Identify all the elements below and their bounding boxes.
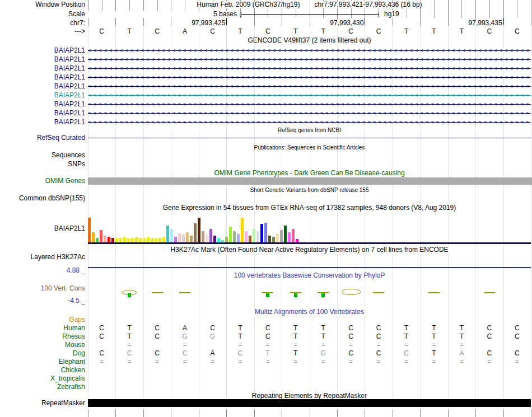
gene-transcript-row[interactable]: <<<<<<<<<<<<<<<<<<<<<<<<<<<<<<<<<<<<<<<<… [88, 92, 531, 99]
gene-track-label[interactable]: BAIAP2L1 [0, 101, 85, 108]
alignment-base: C [475, 350, 503, 357]
ruler-base: C [365, 28, 392, 35]
ruler-base: C [475, 28, 503, 35]
alignment-base: T [282, 350, 309, 357]
alignment-base: T [226, 325, 254, 332]
gene-transcript-row[interactable]: <<<<<<<<<<<<<<<<<<<<<<<<<<<<<<<<<<<<<<<<… [88, 101, 531, 108]
alignment-base: T [115, 333, 143, 340]
alignment-base: C [254, 325, 282, 332]
gene-transcript-row[interactable]: <<<<<<<<<<<<<<<<<<<<<<<<<<<<<<<<<<<<<<<<… [88, 47, 531, 54]
alignment-base: T [420, 350, 447, 357]
alignment-base: C [337, 333, 365, 340]
alignment-base: A [171, 325, 198, 332]
alignment-base: C [88, 350, 115, 357]
alignment-base: = [365, 358, 392, 366]
alignment-base: = [503, 358, 531, 366]
gtex-bar [194, 223, 197, 242]
coordinate-tick [503, 18, 504, 25]
alignment-base: = [448, 341, 475, 349]
species-label-rhesus[interactable]: Rhesus [0, 333, 85, 340]
ruler-base: T [310, 28, 337, 35]
alignment-base: A [448, 350, 475, 357]
conservation-mark-dash [152, 292, 163, 293]
gtex-bar [182, 235, 185, 242]
gtex-bar [186, 232, 189, 242]
gtex-bar [213, 236, 216, 242]
gene-transcript-row[interactable]: <<<<<<<<<<<<<<<<<<<<<<<<<<<<<<<<<<<<<<<<… [88, 65, 531, 72]
gene-track-label[interactable]: BAIAP2L1 [0, 110, 85, 117]
alignment-base: C [503, 333, 531, 340]
alignment-base: C [226, 350, 254, 357]
alignment-base: C [199, 325, 226, 332]
gtex-expression-chart[interactable] [88, 217, 531, 242]
alignment-base: C [475, 325, 503, 332]
gtex-bar [88, 218, 91, 242]
gene-track-label[interactable]: BAIAP2L1 [0, 92, 85, 99]
gtex-bar [158, 238, 161, 242]
alignment-base: C [254, 333, 282, 340]
gtex-bar [131, 238, 134, 242]
alignment-base: = [254, 358, 282, 366]
gtex-bar [135, 237, 138, 242]
alignment-base: = [282, 358, 309, 366]
coordinate-value: 97,993,435 [455, 20, 502, 27]
alignment-base: = [448, 358, 475, 366]
alignment-base: = [143, 358, 171, 366]
alignment-base: = [115, 341, 143, 349]
gtex-bar [241, 218, 244, 242]
alignment-base: C [88, 325, 115, 332]
gene-transcript-row[interactable]: <<<<<<<<<<<<<<<<<<<<<<<<<<<<<<<<<<<<<<<<… [88, 119, 531, 126]
gene-transcript-row[interactable]: <<<<<<<<<<<<<<<<<<<<<<<<<<<<<<<<<<<<<<<<… [88, 56, 531, 63]
species-label-zebrafish[interactable]: Zebrafish [0, 383, 85, 391]
gene-track-label[interactable]: BAIAP2L1 [0, 74, 85, 81]
species-label-mouse[interactable]: Mouse [0, 341, 85, 349]
ruler-base: C [88, 28, 115, 35]
gene-track-label[interactable]: BAIAP2L1 [0, 65, 85, 72]
ruler-base: T [226, 28, 254, 35]
species-label-x_tropicalis[interactable]: X_tropicalis [0, 375, 85, 382]
strand-arrows: <<<<<<<<<<<<<<<<<<<<<<<<<<<<<<<<<<<<<<<<… [88, 47, 531, 54]
gtex-bar [233, 231, 236, 242]
conservation-mark-ellipse2 [342, 289, 361, 295]
alignment-base: C [143, 350, 171, 357]
alignment-base: C [171, 350, 198, 357]
gtex-bar [249, 236, 251, 242]
alignment-base: T [393, 325, 420, 332]
gtex-bar [123, 237, 126, 242]
gtex-bar [96, 238, 99, 242]
strand-arrows: <<<<<<<<<<<<<<<<<<<<<<<<<<<<<<<<<<<<<<<<… [88, 110, 531, 117]
gtex-bar [272, 237, 275, 242]
species-label-elephant[interactable]: Elephant [0, 358, 85, 366]
coordinate-tick [365, 18, 365, 25]
alignment-base: C [393, 350, 420, 357]
gene-transcript-row[interactable]: <<<<<<<<<<<<<<<<<<<<<<<<<<<<<<<<<<<<<<<<… [88, 83, 531, 90]
gtex-bar [155, 238, 157, 242]
gtex-bar [264, 223, 267, 242]
gtex-bar [296, 239, 298, 242]
alignment-base: C [365, 325, 392, 332]
alignment-base: T [420, 333, 447, 340]
gene-track-label[interactable]: BAIAP2L1 [0, 47, 85, 54]
species-label-human[interactable]: Human [0, 325, 85, 332]
species-label-dog[interactable]: Dog [0, 350, 85, 357]
gtex-bar [225, 237, 228, 242]
gtex-bar [92, 232, 95, 242]
gtex-bar [206, 235, 208, 242]
gtex-bar [276, 234, 279, 242]
gene-transcript-row[interactable]: <<<<<<<<<<<<<<<<<<<<<<<<<<<<<<<<<<<<<<<<… [88, 74, 531, 81]
gene-track-label[interactable]: BAIAP2L1 [0, 119, 85, 126]
alignment-base: C [475, 333, 503, 340]
gtex-bar [104, 236, 106, 242]
conservation-mark-dash [484, 292, 495, 293]
gtex-bar [178, 233, 181, 242]
gtex-bar [119, 238, 122, 242]
ucsc-genome-browser: Window Position Human Feb. 2009 (GRCh37/… [0, 0, 532, 417]
gtex-bar [108, 237, 110, 242]
gtex-bar [221, 240, 224, 242]
gene-track-label[interactable]: BAIAP2L1 [0, 56, 85, 63]
species-label-chicken[interactable]: Chicken [0, 367, 85, 374]
gene-transcript-row[interactable]: <<<<<<<<<<<<<<<<<<<<<<<<<<<<<<<<<<<<<<<<… [88, 110, 531, 117]
gene-track-label[interactable]: BAIAP2L1 [0, 83, 85, 90]
alignment-base: T [254, 350, 282, 357]
ruler-base: C [143, 28, 171, 35]
